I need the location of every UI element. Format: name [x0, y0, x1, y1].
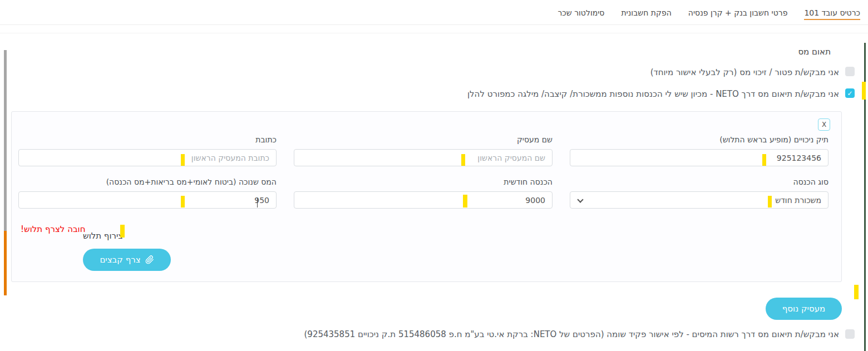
- tab-employee-card-101[interactable]: כרטיס עובד 101: [804, 0, 860, 25]
- left-scrollbar-thumb[interactable]: [4, 231, 7, 295]
- chevron-down-icon: [577, 196, 583, 202]
- highlight-marker: [854, 285, 859, 299]
- close-employer-button[interactable]: X: [818, 118, 830, 131]
- active-tab-underline: [804, 19, 860, 20]
- highlight-marker: [120, 225, 125, 238]
- page-title: תאום מס: [798, 47, 831, 57]
- tab-label: פרטי חשבון בנק + קרן פנסיה: [688, 8, 788, 17]
- employer-form-panel: X תיק ניכויים (מופיע בראש התלוש) שם מעסי…: [11, 111, 842, 282]
- income-type-selected-value: משכורת חודש: [775, 196, 821, 205]
- monthly-income-label: הכנסה חודשית: [294, 177, 553, 186]
- field-monthly-income: הכנסה חודשית: [294, 177, 553, 209]
- field-deduction-file: תיק ניכויים (מופיע בראש התלוש): [570, 135, 828, 166]
- checkmark-icon: ✓: [847, 90, 852, 97]
- deduction-file-label: תיק ניכויים (מופיע בראש התלוש): [570, 135, 828, 144]
- field-income-type: סוג הכנסה משכורת חודש: [570, 177, 828, 209]
- checkbox-tax-authority-coordination[interactable]: [845, 329, 855, 339]
- tab-label: סימולטור שכר: [558, 8, 604, 17]
- employer-name-input[interactable]: [294, 149, 553, 166]
- field-address: כתובת: [18, 135, 277, 166]
- attach-files-button[interactable]: צרף קבצים: [83, 249, 171, 271]
- checkbox-tax-exemption[interactable]: [845, 67, 855, 76]
- highlight-marker: [768, 196, 772, 207]
- highlight-marker: [463, 195, 467, 207]
- attach-required-warning: חובה לצרף תלוש!: [21, 224, 86, 234]
- content-divider: [0, 33, 868, 33]
- field-employer-name: שם מעסיק: [294, 135, 553, 166]
- tab-label: הפקת חשבונית: [621, 8, 671, 17]
- attach-payslip-label: צירוף תלוש: [83, 231, 123, 241]
- add-employer-button[interactable]: מעסיק נוסף: [766, 298, 842, 320]
- add-employer-button-label: מעסיק נוסף: [782, 304, 826, 314]
- tab-label: כרטיס עובד 101: [804, 8, 860, 17]
- highlight-marker: [181, 196, 185, 207]
- tax-withheld-input[interactable]: [18, 191, 277, 209]
- checkbox-neto-coordination-label: אני מבקש/ת תיאום מס דרך NETO - מכיון שיש…: [467, 89, 839, 99]
- employer-name-label: שם מעסיק: [294, 135, 553, 144]
- tab-invoice-generation[interactable]: הפקת חשבונית: [621, 0, 671, 25]
- paperclip-icon: [145, 255, 154, 264]
- tab-bar: כרטיס עובד 101 פרטי חשבון בנק + קרן פנסי…: [558, 0, 860, 25]
- text-cursor: [257, 198, 258, 207]
- tax-withheld-label: המס שנוכה (ביטוח לאומי+מס בריאות+מס הכנס…: [18, 177, 277, 186]
- app-root: כרטיס עובד 101 פרטי חשבון בנק + קרן פנסי…: [0, 0, 868, 351]
- tab-bank-account-pension[interactable]: פרטי חשבון בנק + קרן פנסיה: [688, 0, 788, 25]
- checkbox-tax-exemption-label: אני מבקש/ת פטור / זיכוי מס (רק לבעלי איש…: [650, 67, 839, 77]
- highlight-marker: [862, 82, 866, 100]
- checkbox-tax-authority-label: אני מבקש/ת תיאום מס דרך רשות המיסים - לפ…: [304, 329, 840, 339]
- field-tax-withheld: המס שנוכה (ביטוח לאומי+מס בריאות+מס הכנס…: [18, 177, 277, 209]
- address-label: כתובת: [18, 135, 277, 144]
- top-navigation-bar: כרטיס עובד 101 פרטי חשבון בנק + קרן פנסי…: [0, 0, 868, 25]
- income-type-select[interactable]: משכורת חודש: [570, 191, 828, 209]
- tab-salary-simulator[interactable]: סימולטור שכר: [558, 0, 604, 25]
- address-input[interactable]: [18, 149, 277, 166]
- deduction-file-input[interactable]: [570, 149, 828, 166]
- highlight-marker: [461, 154, 465, 166]
- attach-files-button-label: צרף קבצים: [100, 255, 140, 265]
- checkbox-neto-coordination[interactable]: ✓: [845, 88, 855, 98]
- highlight-marker: [762, 154, 766, 166]
- monthly-income-input[interactable]: [294, 191, 553, 209]
- income-type-label: סוג הכנסה: [570, 177, 828, 186]
- left-scrollbar-track[interactable]: [4, 50, 7, 231]
- highlight-marker: [181, 154, 185, 166]
